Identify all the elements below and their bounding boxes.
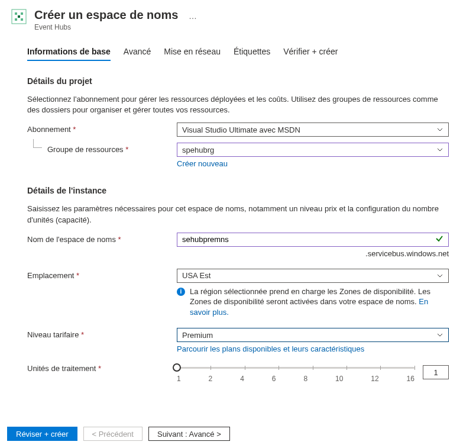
label-subscription: Abonnement * <box>27 123 177 134</box>
section-title-instance: Détails de l'instance <box>27 186 449 195</box>
tab-review[interactable]: Vérifier + créer <box>283 47 338 61</box>
chevron-down-icon <box>436 272 443 279</box>
required-indicator: * <box>98 364 101 373</box>
slider-tick-labels: 1 2 4 6 8 10 12 16 <box>177 375 415 383</box>
label-resource-group: Groupe de ressources * <box>27 143 177 154</box>
next-button[interactable]: Suivant : Avancé > <box>148 427 230 441</box>
pricing-tier-select[interactable]: Premium <box>177 328 449 342</box>
page-subtitle: Event Hubs <box>34 23 197 31</box>
previous-button: < Précédent <box>83 427 143 441</box>
svg-rect-3 <box>15 18 17 21</box>
tab-networking[interactable]: Mise en réseau <box>164 47 221 61</box>
required-indicator: * <box>81 330 84 339</box>
subscription-select[interactable]: Visual Studio Ultimate avec MSDN <box>177 123 449 137</box>
label-location: Emplacement * <box>27 269 177 280</box>
svg-rect-5 <box>18 15 20 18</box>
tab-advanced[interactable]: Avancé <box>124 47 151 61</box>
svg-rect-4 <box>21 18 23 21</box>
location-info-text: La région sélectionnée prend en charge l… <box>190 287 430 307</box>
section-desc-project: Sélectionnez l'abonnement pour gérer les… <box>27 94 449 115</box>
page-title: Créer un espace de noms <box>34 8 178 22</box>
processing-units-value[interactable]: 1 <box>423 365 449 379</box>
wizard-footer: Réviser + créer < Précédent Suivant : Av… <box>0 423 476 448</box>
required-indicator: * <box>125 145 128 154</box>
label-processing-units: Unités de traitement * <box>27 362 177 373</box>
svg-rect-2 <box>21 12 23 15</box>
required-indicator: * <box>118 235 121 244</box>
check-icon <box>435 234 443 244</box>
browse-plans-link[interactable]: Parcourir les plans disponibles et leurs… <box>177 344 364 353</box>
resource-group-select[interactable]: spehubrg <box>177 143 449 157</box>
namespace-input[interactable] <box>182 235 435 244</box>
slider-thumb[interactable] <box>173 363 181 372</box>
tab-basic[interactable]: Informations de base <box>27 47 111 61</box>
info-icon: i <box>177 288 185 296</box>
subscription-value: Visual Studio Ultimate avec MSDN <box>182 125 300 134</box>
namespace-suffix: .servicebus.windows.net <box>177 249 449 258</box>
chevron-down-icon <box>436 331 443 339</box>
namespace-input-wrapper <box>177 233 449 247</box>
tab-bar: Informations de base Avancé Mise en rése… <box>0 36 476 61</box>
chevron-down-icon <box>436 146 443 153</box>
location-info: i La région sélectionnée prend en charge… <box>177 286 449 318</box>
required-indicator: * <box>76 271 79 280</box>
event-hubs-icon <box>11 8 27 25</box>
chevron-down-icon <box>436 126 443 133</box>
review-create-button[interactable]: Réviser + créer <box>7 427 77 441</box>
svg-rect-1 <box>15 12 17 15</box>
required-indicator: * <box>73 125 76 134</box>
location-select[interactable]: USA Est <box>177 269 449 283</box>
resource-group-value: spehubrg <box>182 146 214 154</box>
location-value: USA Est <box>182 271 211 280</box>
more-icon[interactable]: … <box>180 11 197 21</box>
create-new-rg-link[interactable]: Créer nouveau <box>177 159 228 168</box>
processing-units-slider[interactable] <box>177 362 415 373</box>
section-desc-instance: Saisissez les paramètres nécessaires pou… <box>27 204 449 225</box>
label-namespace: Nom de l'espace de noms * <box>27 233 177 244</box>
tab-tags[interactable]: Étiquettes <box>234 47 270 61</box>
label-pricing-tier: Niveau tarifaire * <box>27 328 177 339</box>
section-title-project: Détails du projet <box>27 76 449 86</box>
pricing-tier-value: Premium <box>182 331 213 340</box>
